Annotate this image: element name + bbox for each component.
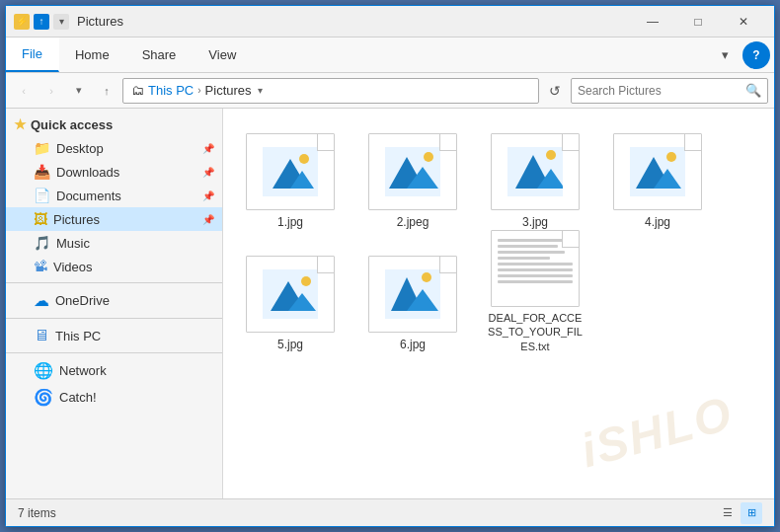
sidebar-item-thispc[interactable]: 🖥 This PC: [6, 323, 222, 348]
refresh-button[interactable]: ↺: [543, 79, 567, 103]
explorer-window: ⚡ ↑ ▾ Pictures — □ ✕ File Home Share Vie…: [5, 5, 775, 527]
quickaccess-label: Quick access: [31, 117, 113, 132]
path-thispc[interactable]: This PC: [148, 83, 194, 98]
image-thumb-5jpg: [246, 256, 335, 333]
up-icon: ↑: [34, 14, 49, 30]
grid-view-button[interactable]: ⊞: [741, 502, 762, 524]
file-item-4jpg[interactable]: 4.jpg: [598, 116, 717, 235]
sidebar-item-documents[interactable]: 📄 Documents 📌: [6, 184, 222, 207]
sidebar-divider-2: [6, 318, 222, 319]
svg-point-19: [301, 276, 311, 286]
sidebar-music-label: Music: [56, 236, 90, 251]
sidebar-item-network[interactable]: 🌐 Network: [6, 357, 222, 384]
tab-file[interactable]: File: [6, 38, 59, 72]
file-item-5jpg[interactable]: 5.jpg: [231, 239, 350, 357]
sidebar-item-onedrive[interactable]: ☁ OneDrive: [6, 287, 222, 314]
close-button[interactable]: ✕: [721, 6, 766, 38]
quickaccess-header[interactable]: ★ Quick access: [6, 113, 222, 136]
file-name-4jpg: 4.jpg: [645, 215, 670, 231]
sidebar-item-videos[interactable]: 📽 Videos: [6, 255, 222, 278]
svg-point-15: [666, 152, 676, 162]
view-buttons: ☰ ⊞: [717, 502, 762, 524]
sidebar-item-music[interactable]: 🎵 Music: [6, 231, 222, 255]
sidebar-documents-label: Documents: [56, 189, 121, 203]
file-icon-deal-txt: [488, 230, 583, 307]
txt-thumb-deal: [491, 230, 580, 307]
svg-point-11: [546, 150, 556, 160]
image-thumb-3jpg: [491, 133, 580, 210]
file-item-2jpeg[interactable]: 2.jpeg: [353, 116, 472, 235]
svg-point-23: [422, 272, 431, 282]
dropdown-nav-button[interactable]: ▾: [67, 79, 91, 103]
search-input[interactable]: [578, 84, 741, 98]
file-grid: 1.jpg: [231, 116, 766, 357]
pin-icon: 📌: [202, 143, 214, 154]
quick-access-icon: ⚡: [14, 14, 30, 30]
tab-view[interactable]: View: [193, 38, 253, 72]
folder-icon: 📥: [34, 164, 50, 180]
folder-icon: 🎵: [34, 235, 50, 251]
sidebar-thispc-label: This PC: [55, 329, 101, 343]
sidebar-pictures-label: Pictures: [53, 212, 100, 227]
sidebar-videos-label: Videos: [53, 260, 93, 274]
forward-button[interactable]: ›: [39, 79, 63, 103]
path-pictures[interactable]: Pictures: [205, 83, 252, 98]
path-folder-icon: 🗂: [131, 83, 144, 98]
path-separator-1: ›: [197, 85, 200, 96]
image-thumb-6jpg: [368, 256, 457, 333]
file-name-3jpg: 3.jpg: [522, 215, 548, 231]
file-icon-6jpg: [365, 255, 460, 334]
image-thumb-1jpg: [246, 133, 335, 210]
file-icon-4jpg: [610, 132, 705, 211]
address-bar: ‹ › ▾ ↑ 🗂 This PC › Pictures ▾ ↺ 🔍: [6, 73, 774, 109]
pin-icon: 📌: [202, 167, 214, 178]
file-item-3jpg[interactable]: 3.jpg: [476, 116, 594, 235]
svg-point-3: [299, 154, 309, 164]
sidebar-network-label: Network: [59, 363, 107, 378]
search-box[interactable]: 🔍: [571, 78, 768, 104]
sidebar-divider-1: [6, 282, 222, 283]
address-path[interactable]: 🗂 This PC › Pictures ▾: [122, 78, 539, 104]
maximize-button[interactable]: □: [675, 6, 721, 38]
sidebar-item-pictures[interactable]: 🖼 Pictures 📌: [6, 207, 222, 231]
file-item-deal-txt[interactable]: DEAL_FOR_ACCESS_TO_YOUR_FILES.txt: [476, 239, 594, 357]
minimize-button[interactable]: —: [630, 6, 675, 38]
file-name-5jpg: 5.jpg: [277, 338, 303, 353]
folder-icon: 🖼: [34, 211, 47, 227]
watermark: iSHLO: [576, 386, 740, 479]
sidebar-onedrive-label: OneDrive: [55, 293, 110, 308]
status-count: 7 items: [18, 506, 717, 520]
sidebar-item-downloads[interactable]: 📥 Downloads 📌: [6, 160, 222, 184]
file-name-1jpg: 1.jpg: [277, 215, 303, 231]
catch-icon: 🌀: [34, 388, 53, 407]
onedrive-icon: ☁: [34, 291, 49, 310]
pin-icon: 📌: [202, 190, 214, 201]
sidebar: ★ Quick access 📁 Desktop 📌 📥 Downloads 📌…: [6, 109, 223, 498]
list-view-button[interactable]: ☰: [717, 502, 739, 524]
title-bar-icons: ⚡ ↑ ▾: [14, 14, 69, 30]
options-button[interactable]: ▾: [711, 41, 739, 69]
path-end-dropdown[interactable]: ▾: [258, 85, 263, 96]
folder-icon: 📁: [34, 140, 50, 156]
file-item-6jpg[interactable]: 6.jpg: [353, 239, 472, 357]
pin-icon: 📌: [202, 214, 214, 225]
folder-icon: 📽: [34, 259, 47, 274]
dropdown-icon[interactable]: ▾: [53, 14, 69, 30]
file-item-1jpg[interactable]: 1.jpg: [231, 116, 350, 235]
image-thumb-2jpeg: [368, 133, 457, 210]
tab-share[interactable]: Share: [126, 38, 194, 72]
back-button[interactable]: ‹: [12, 79, 36, 103]
help-button[interactable]: ?: [742, 41, 770, 69]
sidebar-item-desktop[interactable]: 📁 Desktop 📌: [6, 136, 222, 160]
search-icon[interactable]: 🔍: [745, 83, 761, 98]
file-name-deal-txt: DEAL_FOR_ACCESS_TO_YOUR_FILES.txt: [488, 311, 583, 353]
up-directory-button[interactable]: ↑: [95, 79, 118, 103]
ribbon: File Home Share View ▾ ?: [6, 38, 774, 73]
tab-home[interactable]: Home: [59, 38, 126, 72]
sidebar-downloads-label: Downloads: [56, 165, 119, 180]
file-icon-3jpg: [488, 132, 583, 211]
sidebar-catch-label: Catch!: [59, 390, 97, 405]
file-icon-5jpg: [243, 255, 338, 334]
sidebar-item-catch[interactable]: 🌀 Catch!: [6, 384, 222, 411]
folder-icon: 📄: [34, 188, 50, 203]
